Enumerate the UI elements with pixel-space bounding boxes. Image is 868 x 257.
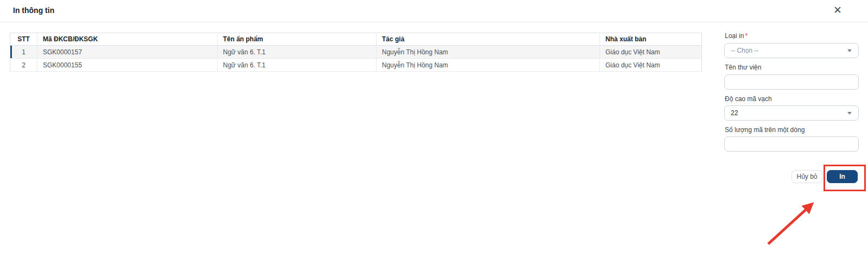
cell-nha-xuat-ban: Giáo dục Việt Nam: [600, 46, 702, 59]
barcode-height-select[interactable]: 22: [724, 105, 859, 121]
cell-stt: 2: [10, 59, 37, 72]
column-header-stt: STT: [10, 33, 37, 46]
cell-stt: 1: [10, 46, 37, 59]
publications-table: STT Mã ĐKCB/ĐKSGK Tên ấn phẩm Tác giả Nh…: [10, 33, 701, 72]
column-header-ten-an-pham: Tên ấn phẩm: [218, 33, 376, 46]
close-icon[interactable]: ✕: [831, 3, 845, 17]
print-button[interactable]: In: [827, 170, 858, 183]
table-row[interactable]: 2 SGK0000155 Ngữ văn 6. T.1 Nguyễn Thị H…: [10, 59, 702, 72]
chevron-down-icon: [847, 49, 852, 52]
cell-tac-gia: Nguyễn Thị Hồng Nam: [376, 46, 600, 59]
barcode-height-selected-value: 22: [725, 106, 858, 120]
table-row[interactable]: 1 SGK0000157 Ngữ văn 6. T.1 Nguyễn Thị H…: [10, 46, 702, 59]
cell-ma-dkcb: SGK0000157: [37, 46, 218, 59]
codes-per-line-input[interactable]: [724, 136, 859, 152]
cell-ten-an-pham: Ngữ văn 6. T.1: [218, 46, 376, 59]
table-header-row: STT Mã ĐKCB/ĐKSGK Tên ấn phẩm Tác giả Nh…: [10, 33, 702, 46]
print-type-selected-value: -- Chọn --: [725, 43, 858, 58]
column-header-ma-dkcb: Mã ĐKCB/ĐKSGK: [37, 33, 218, 46]
print-type-label: Loại in*: [725, 32, 748, 40]
print-info-dialog: In thông tin ✕ STT Mã ĐKCB/ĐKSGK Tên ấn …: [0, 0, 868, 257]
required-asterisk: *: [745, 32, 748, 40]
cell-tac-gia: Nguyễn Thị Hồng Nam: [376, 59, 600, 72]
dialog-header: In thông tin ✕: [0, 0, 868, 22]
chevron-down-icon: [847, 112, 852, 115]
barcode-height-label: Độ cao mã vạch: [725, 95, 772, 103]
cell-ten-an-pham: Ngữ văn 6. T.1: [218, 59, 376, 72]
library-name-input[interactable]: [724, 74, 859, 90]
library-name-label: Tên thư viện: [725, 64, 761, 71]
cancel-button[interactable]: Hủy bỏ: [792, 170, 822, 183]
print-type-select[interactable]: -- Chọn --: [724, 43, 859, 58]
column-header-nha-xuat-ban: Nhà xuất bản: [600, 33, 702, 46]
column-header-tac-gia: Tác giả: [376, 33, 600, 46]
cell-nha-xuat-ban: Giáo dục Việt Nam: [600, 59, 702, 72]
dialog-title: In thông tin: [13, 6, 54, 15]
codes-per-line-label: Số lượng mã trên một dòng: [725, 126, 805, 134]
cell-ma-dkcb: SGK0000155: [37, 59, 218, 72]
